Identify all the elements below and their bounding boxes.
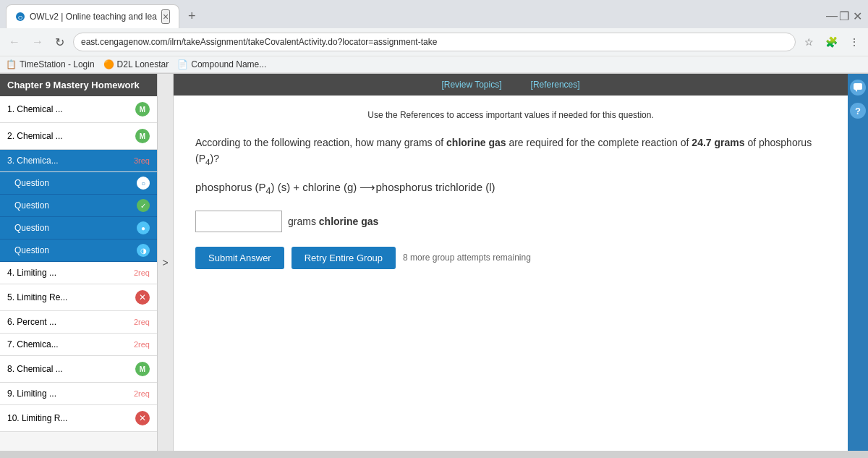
- sidebar-header: Chapter 9 Mastery Homework: [0, 74, 157, 96]
- sidebar-item-5-badge: ✕: [135, 290, 150, 305]
- sidebar-item-7-label: 7. Chemica...: [7, 339, 134, 349]
- forward-button[interactable]: →: [29, 34, 46, 50]
- sidebar-item-1-label: 1. Chemical ...: [7, 104, 135, 114]
- sidebar-item-10-badge: ✕: [135, 411, 150, 425]
- reaction-equation: phosphorus (P4) (s) + chlorine (g) ⟶phos…: [195, 181, 826, 196]
- references-link[interactable]: [References]: [531, 80, 580, 90]
- content-header: [Review Topics] [References]: [174, 74, 848, 96]
- attempts-remaining-text: 8 more group attempts remaining: [403, 253, 531, 263]
- sidebar-item-3[interactable]: 3. Chemica... 3req: [0, 150, 157, 172]
- sub-question-1-label: Question: [14, 178, 137, 188]
- sidebar-item-9-badge: 2req: [134, 389, 150, 398]
- sidebar-item-7-badge: 2req: [134, 340, 150, 349]
- bookmark-label: D2L Lonestar: [117, 59, 169, 69]
- address-bar: ← → ↻ ☆ 🧩 ⋮: [0, 28, 868, 56]
- sidebar-item-8[interactable]: 8. Chemical ... M: [0, 356, 157, 383]
- sidebar-item-4[interactable]: 4. Limiting ... 2req: [0, 262, 157, 284]
- sidebar-item-10-label: 10. Limiting R...: [7, 413, 135, 423]
- sidebar-item-8-badge: M: [135, 362, 150, 376]
- sidebar-item-2[interactable]: 2. Chemical ... M: [0, 123, 157, 150]
- content-body: Use the References to access important v…: [174, 96, 848, 284]
- refresh-button[interactable]: ↻: [52, 34, 67, 51]
- sidebar-item-9[interactable]: 9. Limiting ... 2req: [0, 383, 157, 405]
- sub-question-3[interactable]: Question ●: [0, 217, 157, 239]
- sidebar-item-3-badge: 3req: [134, 156, 150, 165]
- close-button[interactable]: ✕: [852, 9, 862, 20]
- sub-question-1-icon: ○: [137, 177, 150, 190]
- retry-entire-group-button[interactable]: Retry Entire Group: [292, 247, 396, 269]
- answer-unit-label: grams chlorine gas: [288, 216, 378, 227]
- extension-button[interactable]: 🧩: [822, 35, 841, 49]
- sub-questions: Question ○ Question ✓ Question ● Questio…: [0, 172, 157, 262]
- sidebar-item-5[interactable]: 5. Limiting Re... ✕: [0, 284, 157, 311]
- bold-grams: 24.7 grams: [692, 137, 744, 148]
- sidebar-item-6-label: 6. Percent ...: [7, 317, 134, 327]
- sidebar-item-6-badge: 2req: [134, 318, 150, 326]
- sidebar-item-3-label: 3. Chemica...: [7, 156, 134, 166]
- tab-title: OWLv2 | Online teaching and lea: [30, 12, 157, 22]
- right-panel: ?: [848, 74, 868, 451]
- minimize-button[interactable]: —: [826, 9, 836, 20]
- sidebar-item-7[interactable]: 7. Chemica... 2req: [0, 334, 157, 356]
- sub-question-2-label: Question: [14, 200, 137, 211]
- bookmark-icon: 📄: [177, 59, 188, 69]
- app-container: Chapter 9 Mastery Homework 1. Chemical .…: [0, 74, 868, 451]
- back-button[interactable]: ←: [6, 34, 23, 50]
- subscript-4: 4: [205, 157, 210, 166]
- sidebar-item-2-label: 2. Chemical ...: [7, 131, 135, 141]
- sidebar-title: Chapter 9 Mastery Homework: [7, 80, 140, 90]
- sidebar-item-8-label: 8. Chemical ...: [7, 364, 135, 374]
- maximize-button[interactable]: ❐: [839, 9, 849, 20]
- sub-question-4-icon: ◑: [137, 244, 150, 257]
- button-row: Submit Answer Retry Entire Group 8 more …: [195, 247, 826, 269]
- sidebar-item-4-badge: 2req: [134, 268, 150, 277]
- bookmarks-bar: 📋 TimeStation - Login 🟠 D2L Lonestar 📄 C…: [0, 56, 868, 73]
- sub-question-3-label: Question: [14, 223, 137, 233]
- tab-bar: O OWLv2 | Online teaching and lea × + — …: [0, 0, 868, 28]
- review-topics-link[interactable]: [Review Topics]: [441, 80, 501, 90]
- sidebar-item-5-label: 5. Limiting Re...: [7, 292, 135, 302]
- svg-marker-3: [855, 90, 857, 92]
- active-tab[interactable]: O OWLv2 | Online teaching and lea ×: [6, 4, 179, 28]
- tab-favicon: O: [15, 12, 25, 22]
- sidebar-item-10[interactable]: 10. Limiting R... ✕: [0, 405, 157, 432]
- sub-question-4-label: Question: [14, 245, 137, 255]
- bookmark-icon: 📋: [6, 59, 17, 69]
- question-mark-icon: ?: [855, 106, 861, 116]
- sidebar-item-1-badge: M: [135, 102, 150, 116]
- sidebar-item-6[interactable]: 6. Percent ... 2req: [0, 311, 157, 334]
- browser-chrome: O OWLv2 | Online teaching and lea × + — …: [0, 0, 868, 74]
- sub-question-2[interactable]: Question ✓: [0, 195, 157, 217]
- bookmark-label: TimeStation - Login: [20, 59, 95, 69]
- sidebar-toggle[interactable]: >: [158, 74, 174, 451]
- bookmark-label: Compound Name...: [191, 59, 266, 69]
- new-tab-button[interactable]: +: [182, 6, 202, 27]
- question-text: According to the following reaction, how…: [195, 135, 826, 169]
- address-input[interactable]: [73, 33, 796, 51]
- sidebar-item-1[interactable]: 1. Chemical ... M: [0, 96, 157, 123]
- content-area: [Review Topics] [References] Use the Ref…: [174, 74, 848, 451]
- answer-label-bold: chlorine gas: [319, 216, 378, 227]
- reaction-subscript-4: 4: [266, 186, 271, 196]
- bookmark-d2l[interactable]: 🟠 D2L Lonestar: [103, 59, 169, 69]
- bookmark-icon: 🟠: [103, 59, 114, 69]
- sidebar-item-4-label: 4. Limiting ...: [7, 268, 134, 278]
- window-controls: — ❐ ✕: [826, 9, 868, 24]
- submit-answer-button[interactable]: Submit Answer: [195, 247, 284, 269]
- help-icon[interactable]: ?: [850, 103, 866, 119]
- bookmark-compound[interactable]: 📄 Compound Name...: [177, 59, 266, 69]
- svg-rect-2: [854, 83, 862, 90]
- chat-icon[interactable]: [850, 80, 866, 96]
- sub-question-2-icon: ✓: [137, 199, 150, 212]
- more-button[interactable]: ⋮: [846, 35, 862, 49]
- sub-question-1[interactable]: Question ○: [0, 172, 157, 195]
- toggle-arrow-icon: >: [162, 257, 168, 268]
- sidebar-item-2-badge: M: [135, 129, 150, 143]
- bookmark-timestation[interactable]: 📋 TimeStation - Login: [6, 59, 95, 69]
- bookmark-star-button[interactable]: ☆: [801, 35, 817, 49]
- reference-note: Use the References to access important v…: [195, 110, 826, 120]
- tab-close-button[interactable]: ×: [161, 9, 170, 24]
- bold-chlorine-gas: chlorine gas: [446, 137, 506, 148]
- answer-input[interactable]: [195, 211, 282, 232]
- sub-question-4[interactable]: Question ◑: [0, 239, 157, 262]
